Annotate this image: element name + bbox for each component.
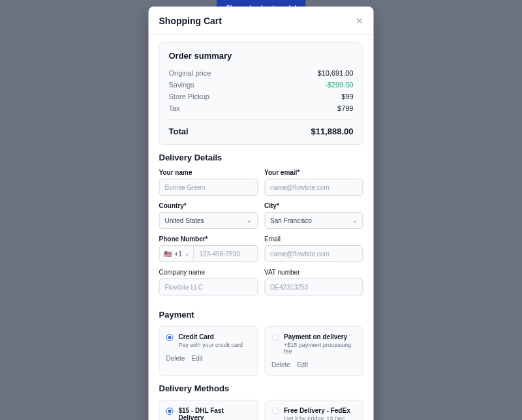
modal-header: Shopping Cart ✕: [149, 7, 374, 35]
summary-value: $799: [337, 104, 353, 112]
country-label: Country*: [159, 202, 258, 209]
summary-row-original: Original price $10,691.00: [169, 67, 354, 79]
radio-fedex[interactable]: [271, 408, 279, 415]
delivery-details: Delivery Details Your name Bonnie Green …: [149, 145, 374, 295]
delete-link[interactable]: Delete: [166, 355, 185, 362]
cod-sub: +$15 payment processing fee: [284, 342, 356, 355]
total-value: $11,888.00: [311, 127, 353, 136]
payment-heading: Payment: [159, 310, 363, 320]
edit-link[interactable]: Edit: [297, 361, 308, 368]
payment-option-cod[interactable]: Payment on delivery +$15 payment process…: [264, 326, 363, 376]
city-select[interactable]: San Francisco ⌄: [264, 212, 363, 229]
chevron-down-icon: ⌄: [185, 251, 189, 257]
close-icon[interactable]: ✕: [356, 16, 363, 25]
summary-label: Tax: [169, 104, 180, 112]
phone-input[interactable]: 123-456-7890: [194, 245, 258, 262]
city-label: City*: [264, 202, 363, 209]
country-select[interactable]: United States ⌄: [159, 212, 258, 229]
fedex-title: Free Delivery - FedEx: [284, 407, 356, 414]
total-label: Total: [169, 127, 189, 136]
methods-heading: Delivery Methods: [159, 383, 363, 393]
phone-code-select[interactable]: 🇺🇸 +1 ⌄: [159, 245, 194, 262]
method-option-dhl[interactable]: $15 - DHL Fast Delivery Get it by Tommor…: [159, 400, 258, 420]
vat-input[interactable]: DE42313253: [264, 278, 363, 295]
summary-row-pickup: Store Pickup $99: [169, 91, 354, 102]
email-input[interactable]: name@flowbite.com: [264, 179, 363, 196]
order-summary: Order summary Original price $10,691.00 …: [159, 42, 363, 145]
summary-value: -$299.00: [325, 81, 353, 89]
checkout-modal: Shopping Cart ✕ Order summary Original p…: [149, 7, 374, 420]
email2-input[interactable]: name@flowbite.com: [264, 245, 363, 262]
delivery-methods-section: Delivery Methods $15 - DHL Fast Delivery…: [149, 376, 374, 420]
summary-value: $99: [341, 93, 353, 100]
summary-label: Savings: [169, 81, 194, 89]
company-input[interactable]: Flowbite LLC: [159, 278, 258, 295]
name-label: Your name: [159, 169, 258, 176]
city-value: San Francisco: [270, 217, 312, 224]
phone-code-value: +1: [174, 250, 181, 258]
dhl-title: $15 - DHL Fast Delivery: [179, 407, 251, 420]
phone-label: Phone Number*: [159, 235, 258, 243]
email2-label: Email: [264, 235, 363, 243]
cod-title: Payment on delivery: [284, 333, 356, 340]
payment-section: Payment Credit Card Pay with your credit…: [149, 302, 374, 376]
credit-title: Credit Card: [179, 333, 243, 340]
delete-link[interactable]: Delete: [271, 361, 290, 368]
summary-row-savings: Savings -$299.00: [169, 79, 354, 91]
summary-label: Store Pickup: [169, 93, 209, 100]
name-input[interactable]: Bonnie Green: [159, 179, 258, 196]
country-value: United States: [165, 217, 204, 224]
summary-value: $10,691.00: [317, 69, 353, 77]
summary-label: Original price: [169, 69, 211, 77]
delivery-heading: Delivery Details: [159, 153, 363, 162]
payment-option-credit[interactable]: Credit Card Pay with your credit card De…: [159, 326, 258, 376]
method-option-fedex[interactable]: Free Delivery - FedEx Get it by Friday, …: [264, 400, 363, 420]
edit-link[interactable]: Edit: [191, 355, 202, 362]
chevron-down-icon: ⌄: [352, 217, 358, 224]
summary-total: Total $11,888.00: [169, 119, 354, 136]
flag-icon: 🇺🇸: [164, 250, 172, 258]
email-label: Your email*: [264, 169, 363, 176]
chevron-down-icon: ⌄: [247, 217, 252, 224]
radio-dhl[interactable]: [166, 408, 174, 415]
fedex-sub: Get it by Friday, 13 Dec 2023: [284, 415, 356, 420]
radio-cod[interactable]: [271, 334, 279, 341]
radio-credit[interactable]: [166, 334, 174, 341]
vat-label: VAT number: [264, 269, 363, 276]
credit-sub: Pay with your credit card: [179, 342, 243, 348]
summary-row-tax: Tax $799: [169, 102, 354, 114]
company-label: Company name: [159, 269, 258, 276]
summary-heading: Order summary: [169, 51, 354, 61]
modal-title: Shopping Cart: [159, 16, 222, 26]
